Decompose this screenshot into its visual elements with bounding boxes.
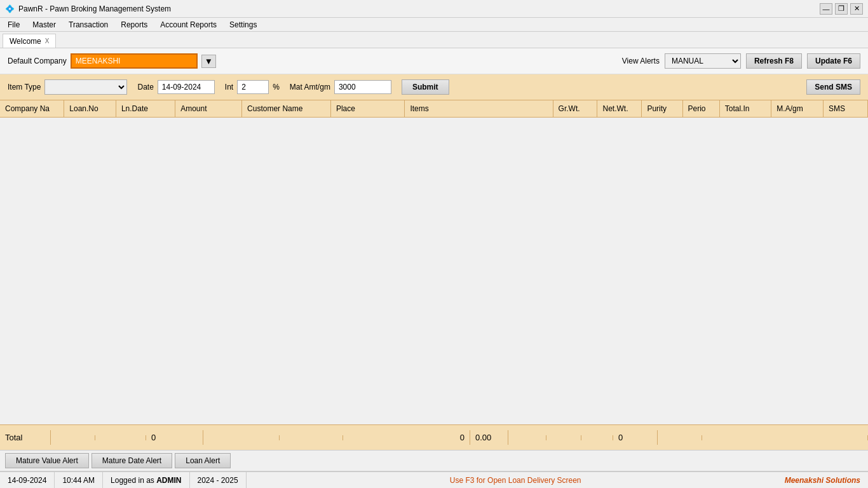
total-grwt: 0.00: [470, 430, 508, 445]
total-perio: [581, 435, 613, 440]
app-title: PawnR - Pawn Broking Management System: [18, 4, 171, 13]
status-bar: 14-09-2024 10:44 AM Logged in as ADMIN 2…: [0, 471, 868, 488]
alerts-select[interactable]: MANUAL: [665, 53, 741, 69]
company-input[interactable]: [71, 53, 198, 69]
default-company-label: Default Company: [8, 57, 67, 65]
header-company: Company Na: [0, 100, 64, 118]
item-type-group: Item Type: [8, 79, 127, 95]
total-items: 0: [343, 430, 470, 445]
mat-amt-input[interactable]: [334, 80, 391, 94]
top-controls: Default Company ▼ View Alerts MANUAL Ref…: [0, 48, 868, 74]
total-place: [280, 435, 343, 440]
date-input[interactable]: [158, 80, 215, 94]
header-totalin: Total.In: [719, 100, 771, 118]
title-bar: 💠 PawnR - Pawn Broking Management System…: [0, 0, 868, 18]
alert-buttons: Mature Value Alert Mature Date Alert Loa…: [0, 450, 868, 471]
total-loanno: [51, 435, 95, 440]
int-input[interactable]: [237, 80, 269, 94]
total-sms: [702, 435, 868, 440]
status-time: 10:44 AM: [55, 472, 103, 488]
menu-transaction[interactable]: Transaction: [64, 19, 113, 30]
percent-sign: %: [273, 83, 280, 92]
item-type-select[interactable]: [44, 79, 127, 95]
item-type-label: Item Type: [8, 83, 41, 92]
table-scroll[interactable]: Company Na Loan.No Ln.Date Amount Custom…: [0, 100, 868, 424]
alerts-section: View Alerts MANUAL Refresh F8 Update F6: [622, 53, 860, 69]
status-brand: Meenakshi Solutions: [785, 476, 860, 485]
mat-amt-group: Mat Amt/gm: [290, 80, 391, 94]
header-items: Items: [405, 100, 553, 118]
total-custname: [203, 435, 280, 440]
header-lndate: Ln.Date: [116, 100, 175, 118]
content-area: Default Company ▼ View Alerts MANUAL Ref…: [0, 48, 868, 471]
filter-row: Item Type Date Int % Mat Amt/gm Submit S…: [0, 74, 868, 100]
menu-master[interactable]: Master: [27, 19, 61, 30]
tab-bar: Welcome X: [0, 32, 868, 48]
title-bar-controls: — ❒ ✕: [820, 3, 863, 15]
date-group: Date: [137, 80, 214, 94]
refresh-button[interactable]: Refresh F8: [746, 53, 802, 69]
submit-button[interactable]: Submit: [402, 79, 449, 95]
header-purity: Purity: [642, 100, 682, 118]
menu-bar: File Master Transaction Reports Account …: [0, 18, 868, 32]
int-group: Int %: [225, 80, 280, 94]
status-year: 2024 - 2025: [190, 472, 247, 488]
app-icon: 💠: [5, 4, 15, 13]
mat-amt-label: Mat Amt/gm: [290, 83, 330, 92]
menu-file[interactable]: File: [3, 19, 25, 30]
company-dropdown-btn[interactable]: ▼: [201, 55, 216, 68]
minimize-button[interactable]: —: [820, 3, 832, 15]
status-hint: Use F3 for Open Loan Delivery Screen: [247, 476, 785, 485]
loan-alert-button[interactable]: Loan Alert: [175, 453, 231, 468]
header-place: Place: [330, 100, 405, 118]
total-row: Total 0 0 0.00 0: [0, 424, 868, 450]
update-button[interactable]: Update F6: [807, 53, 860, 69]
header-magm: M.A/gm: [771, 100, 824, 118]
view-alerts-label: View Alerts: [622, 57, 660, 65]
default-company-group: Default Company ▼: [8, 53, 216, 69]
menu-reports[interactable]: Reports: [116, 19, 153, 30]
total-amount: 0: [146, 430, 203, 445]
total-totalin: 0: [613, 430, 658, 445]
total-label: Total: [0, 430, 51, 445]
total-magm: [658, 435, 702, 440]
total-purity: [546, 435, 581, 440]
total-lndate: [95, 435, 146, 440]
header-amount: Amount: [175, 100, 242, 118]
data-table: Company Na Loan.No Ln.Date Amount Custom…: [0, 100, 868, 118]
tab-welcome[interactable]: Welcome X: [3, 34, 56, 48]
total-netwt: [508, 435, 546, 440]
maximize-button[interactable]: ❒: [835, 3, 848, 15]
mature-value-alert-button[interactable]: Mature Value Alert: [5, 453, 89, 468]
status-logged-in: Logged in as ADMIN: [103, 472, 189, 488]
status-date: 14-09-2024: [8, 472, 55, 488]
int-label: Int: [225, 83, 233, 92]
close-button[interactable]: ✕: [850, 3, 863, 15]
header-grwt: Gr.Wt.: [553, 100, 597, 118]
header-sms: SMS: [823, 100, 867, 118]
date-label: Date: [137, 83, 153, 92]
table-area: Company Na Loan.No Ln.Date Amount Custom…: [0, 100, 868, 450]
tab-close-icon[interactable]: X: [45, 37, 50, 44]
header-loanno: Loan.No: [64, 100, 116, 118]
header-perio: Perio: [682, 100, 719, 118]
title-bar-left: 💠 PawnR - Pawn Broking Management System: [5, 4, 171, 13]
mature-date-alert-button[interactable]: Mature Date Alert: [92, 453, 172, 468]
menu-account-reports[interactable]: Account Reports: [155, 19, 222, 30]
header-custname: Customer Name: [242, 100, 331, 118]
send-sms-button[interactable]: Send SMS: [806, 79, 860, 95]
header-netwt: Net.Wt.: [597, 100, 642, 118]
menu-settings[interactable]: Settings: [224, 19, 262, 30]
tab-welcome-label: Welcome: [10, 37, 41, 46]
table-header-row: Company Na Loan.No Ln.Date Amount Custom…: [0, 100, 868, 118]
